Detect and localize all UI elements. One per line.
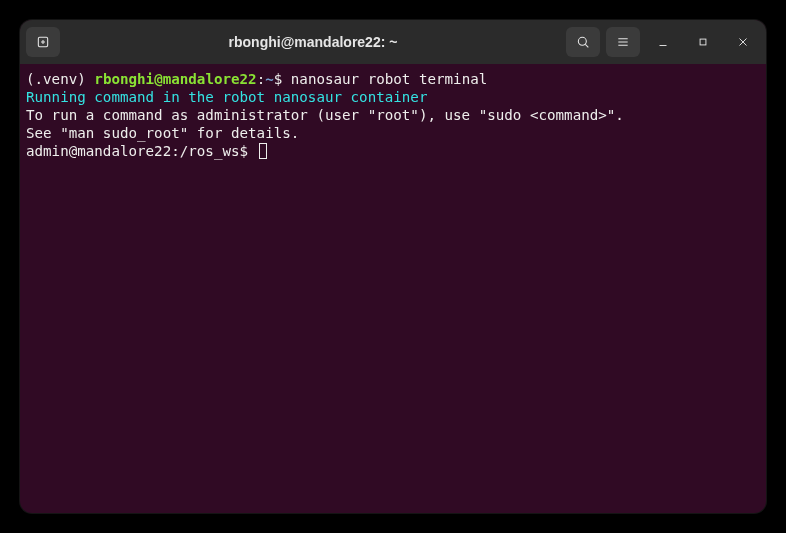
search-icon xyxy=(575,34,591,50)
close-button[interactable] xyxy=(726,27,760,57)
new-tab-icon xyxy=(35,34,51,50)
maximize-button[interactable] xyxy=(686,27,720,57)
svg-line-4 xyxy=(585,44,588,47)
maximize-icon xyxy=(696,35,710,49)
titlebar: rbonghi@mandalore22: ~ xyxy=(20,20,766,64)
minimize-icon xyxy=(656,35,670,49)
terminal-output[interactable]: (.venv) rbonghi@mandalore22:~$ nanosaur … xyxy=(20,64,766,513)
colon: : xyxy=(257,71,266,87)
prompt-line-1: (.venv) rbonghi@mandalore22:~$ nanosaur … xyxy=(26,70,760,88)
prompt-symbol: $ xyxy=(274,71,291,87)
cwd: ~ xyxy=(265,71,274,87)
output-line: See "man sudo_root" for details. xyxy=(26,124,760,142)
window-title: rbonghi@mandalore22: ~ xyxy=(64,34,562,50)
output-line: To run a command as administrator (user … xyxy=(26,106,760,124)
new-tab-button[interactable] xyxy=(26,27,60,57)
prompt-line-2: admin@mandalore22:/ros_ws$ xyxy=(26,142,760,160)
svg-rect-9 xyxy=(700,39,706,45)
menu-button[interactable] xyxy=(606,27,640,57)
terminal-window: rbonghi@mandalore22: ~ xyxy=(20,20,766,513)
container-prompt: admin@mandalore22:/ros_ws$ xyxy=(26,143,257,159)
user-host: rbonghi@mandalore22 xyxy=(94,71,256,87)
command-text: nanosaur robot terminal xyxy=(291,71,487,87)
cursor xyxy=(259,143,267,159)
status-line: Running command in the robot nanosaur co… xyxy=(26,88,760,106)
hamburger-icon xyxy=(615,34,631,50)
minimize-button[interactable] xyxy=(646,27,680,57)
venv-prefix: (.venv) xyxy=(26,71,94,87)
search-button[interactable] xyxy=(566,27,600,57)
svg-point-3 xyxy=(578,37,586,45)
close-icon xyxy=(736,35,750,49)
